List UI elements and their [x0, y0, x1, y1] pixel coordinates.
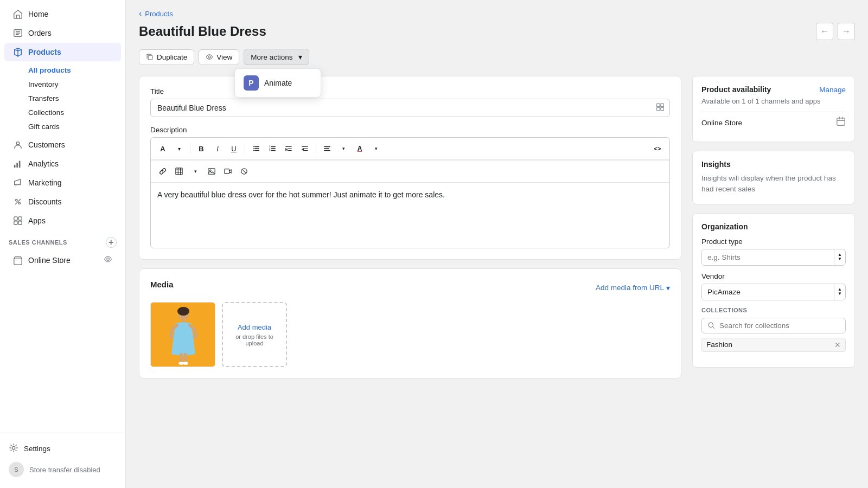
channel-name: Online Store [701, 119, 742, 127]
add-sales-channel-button[interactable]: + [106, 237, 117, 248]
back-icon: ‹ [139, 9, 142, 18]
duplicate-button[interactable]: Duplicate [139, 49, 194, 65]
sidebar-item-products[interactable]: Products [4, 43, 121, 61]
discounts-icon [13, 197, 23, 207]
add-media-placeholder[interactable]: Add media or drop files toupload [222, 302, 287, 367]
vendor-input-wrapper: ▲ ▼ [701, 284, 846, 300]
view-icon [206, 53, 213, 61]
align-dropdown-btn[interactable]: ▾ [336, 141, 351, 156]
sidebar-products-sub: All products Inventory Transfers Collect… [0, 62, 125, 135]
table-dropdown-btn[interactable]: ▾ [188, 164, 203, 179]
products-icon [13, 47, 23, 57]
next-product-button[interactable]: → [838, 23, 855, 40]
vendor-stepper[interactable]: ▲ ▼ [834, 284, 845, 300]
manage-link[interactable]: Manage [819, 86, 846, 94]
sidebar-item-products-label: Products [28, 48, 61, 56]
chevron-down-icon: ▾ [298, 53, 302, 61]
block-btn[interactable] [237, 164, 252, 179]
video-btn[interactable] [220, 164, 235, 179]
product-type-label: Product type [701, 237, 846, 246]
title-input[interactable] [150, 99, 670, 117]
sidebar-item-discounts-label: Discounts [28, 197, 61, 206]
remove-collection-button[interactable]: ✕ [834, 341, 841, 349]
indent-btn[interactable] [281, 141, 296, 156]
text-color-btn[interactable]: A [352, 141, 367, 156]
description-toolbar: A ▾ B I U 123 [151, 138, 669, 160]
svg-point-32 [169, 334, 174, 338]
sidebar-sub-inventory[interactable]: Inventory [24, 78, 121, 91]
sidebar-sub-all-products[interactable]: All products [24, 63, 121, 77]
svg-rect-8 [14, 217, 17, 220]
sidebar-sub-collections[interactable]: Collections [24, 106, 121, 119]
svg-point-25 [210, 170, 212, 171]
title-description-card: Title Description A ▾ B I U [139, 76, 681, 260]
italic-btn[interactable]: I [210, 141, 225, 156]
toolbar-sep-2 [245, 143, 245, 154]
duplicate-icon [146, 53, 154, 61]
font-btn[interactable]: A [155, 141, 170, 156]
svg-rect-35 [184, 353, 187, 363]
toolbar-sep-3 [316, 143, 316, 154]
add-media-from-url-link[interactable]: Add media from URL ▾ [596, 284, 670, 292]
calendar-icon[interactable] [836, 117, 846, 129]
collections-search-box[interactable] [701, 318, 846, 333]
online-store-visibility-icon[interactable] [104, 255, 112, 265]
breadcrumb[interactable]: ‹ Products [139, 9, 855, 18]
sidebar-item-marketing[interactable]: Marketing [4, 174, 121, 192]
collection-tag-fashion: Fashion ✕ [701, 338, 846, 352]
collections-label: COLLECTIONS [701, 307, 846, 313]
media-item-1[interactable] [150, 302, 215, 367]
more-actions-button[interactable]: More actions ▾ [244, 49, 309, 65]
font-dropdown-btn[interactable]: ▾ [171, 141, 187, 156]
outdent-btn[interactable] [297, 141, 312, 156]
svg-point-33 [193, 334, 197, 338]
product-type-stepper[interactable]: ▲ ▼ [834, 249, 845, 265]
page-header: ‹ Products Beautiful Blue Dress ← → [126, 0, 868, 44]
description-content[interactable]: A very beautiful blue dress over for the… [151, 183, 669, 248]
availability-header: Product availability Manage [701, 85, 846, 94]
svg-rect-23 [176, 168, 182, 175]
link-btn[interactable] [155, 164, 170, 179]
underline-btn[interactable]: U [226, 141, 241, 156]
image-btn[interactable] [204, 164, 219, 179]
vendor-input[interactable] [702, 284, 834, 300]
content-left: Title Description A ▾ B I U [139, 76, 681, 477]
sidebar-item-customers[interactable]: Customers [4, 136, 121, 154]
description-editor: A ▾ B I U 123 [150, 137, 670, 248]
bold-btn[interactable]: B [194, 141, 209, 156]
product-type-input[interactable] [702, 249, 834, 265]
sidebar-settings[interactable]: Settings [9, 440, 117, 458]
sidebar-item-home[interactable]: Home [4, 5, 121, 23]
text-color-dropdown-btn[interactable]: ▾ [368, 141, 384, 156]
align-btn[interactable] [320, 141, 335, 156]
svg-point-30 [177, 307, 189, 316]
page-title: Beautiful Blue Dress [139, 24, 266, 39]
source-code-btn[interactable]: <> [650, 141, 665, 156]
svg-point-15 [208, 56, 210, 58]
ordered-list-btn[interactable]: 123 [265, 141, 280, 156]
sidebar-item-customers-label: Customers [28, 140, 65, 149]
svg-point-39 [709, 323, 713, 327]
animate-menu-item[interactable]: P Animate [237, 71, 318, 95]
view-button[interactable]: View [199, 49, 239, 65]
product-type-input-wrapper: ▲ ▼ [701, 249, 846, 266]
sidebar-sub-transfers[interactable]: Transfers [24, 92, 121, 105]
apps-icon [13, 216, 23, 226]
svg-rect-10 [14, 221, 17, 224]
settings-icon [9, 443, 18, 454]
availability-card: Product availability Manage Available on… [692, 76, 855, 142]
svg-rect-38 [837, 118, 845, 126]
table-btn[interactable] [171, 164, 187, 179]
collections-search-input[interactable] [719, 322, 840, 330]
sidebar-item-apps[interactable]: Apps [4, 211, 121, 230]
title-input-wrapper [150, 99, 670, 117]
prev-product-button[interactable]: ← [816, 23, 833, 40]
sidebar-item-analytics[interactable]: Analytics [4, 155, 121, 173]
svg-rect-2 [14, 165, 16, 168]
sidebar-sub-gift-cards[interactable]: Gift cards [24, 120, 121, 133]
sidebar-item-discounts[interactable]: Discounts [4, 192, 121, 211]
list-btn[interactable] [248, 141, 264, 156]
sidebar-item-online-store[interactable]: Online Store [4, 251, 121, 269]
content-area: Title Description A ▾ B I U [126, 65, 868, 488]
sidebar-item-orders[interactable]: Orders [4, 24, 121, 42]
